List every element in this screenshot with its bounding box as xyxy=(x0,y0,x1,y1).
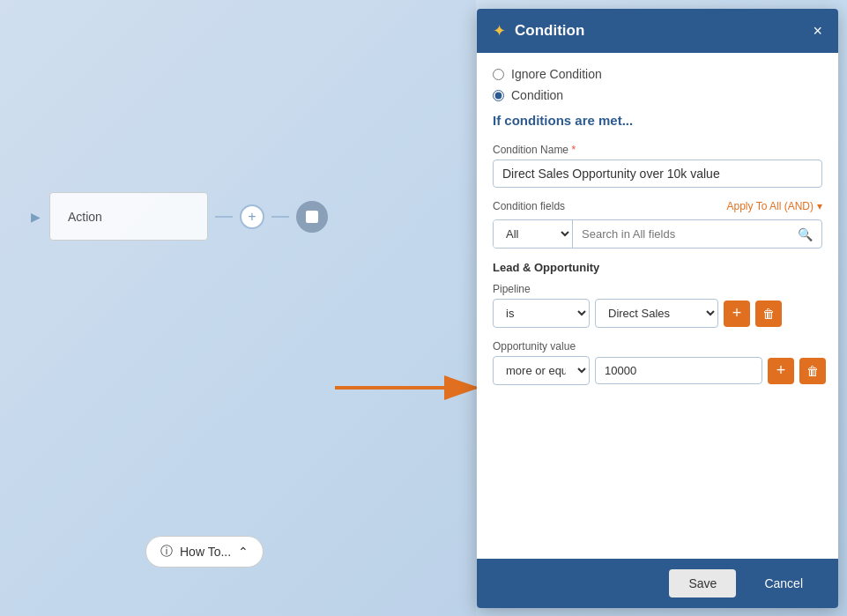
pipeline-label: Pipeline xyxy=(493,283,822,295)
pipeline-operator-select[interactable]: is is not xyxy=(493,299,590,328)
search-row: All 🔍 xyxy=(493,219,822,249)
condition-label: Condition xyxy=(511,88,563,102)
apply-to-all-button[interactable]: Apply To All (AND) ▾ xyxy=(727,200,822,212)
pointer-arrow xyxy=(326,366,489,410)
pipeline-delete-button[interactable]: 🗑 xyxy=(755,301,782,327)
condition-icon: ✦ xyxy=(493,21,506,41)
condition-fields-label: Condition fields xyxy=(493,200,565,212)
action-label: Action xyxy=(68,210,102,224)
action-box: Action xyxy=(49,192,208,241)
condition-dialog: ✦ Condition × Ignore Condition Condition… xyxy=(477,9,838,608)
opportunity-add-button[interactable]: + xyxy=(768,358,794,384)
pipeline-add-button[interactable]: + xyxy=(724,301,750,327)
canvas-overlay xyxy=(0,0,476,616)
help-icon: ⓘ xyxy=(160,544,173,560)
close-button[interactable]: × xyxy=(813,23,822,39)
opportunity-value-field-row: Opportunity value more or equal t... les… xyxy=(493,340,822,385)
field-filter-select[interactable]: All xyxy=(494,220,573,248)
condition-name-label: Condition Name * xyxy=(493,144,822,156)
stop-icon xyxy=(306,211,318,223)
opportunity-value-label: Opportunity value xyxy=(493,340,822,353)
connector-line xyxy=(215,216,233,218)
action-arrow-icon: ▶ xyxy=(31,210,41,224)
pipeline-value-select[interactable]: Direct Sales xyxy=(595,299,718,328)
search-input[interactable] xyxy=(573,220,789,248)
search-button[interactable]: 🔍 xyxy=(789,220,821,248)
radio-group: Ignore Condition Condition xyxy=(493,67,822,102)
pipeline-controls: is is not Direct Sales + 🗑 xyxy=(493,299,822,328)
dialog-title: Condition xyxy=(515,22,584,40)
subsection-title: Lead & Opportunity xyxy=(493,261,822,274)
opportunity-value-controls: more or equal t... less than equal to + … xyxy=(493,356,822,385)
ignore-condition-label: Ignore Condition xyxy=(511,67,602,81)
section-header: If conditions are met... xyxy=(493,113,822,133)
condition-name-input[interactable] xyxy=(493,160,822,188)
dialog-header: ✦ Condition × xyxy=(477,9,838,53)
ignore-condition-option[interactable]: Ignore Condition xyxy=(493,67,822,81)
save-button[interactable]: Save xyxy=(669,569,736,597)
condition-fields-row: Condition fields Apply To All (AND) ▾ xyxy=(493,200,822,212)
how-to-label: How To... xyxy=(180,545,231,559)
dialog-footer: Save Cancel xyxy=(477,559,838,608)
chevron-up-icon: ⌃ xyxy=(238,545,249,559)
pipeline-field-row: Pipeline is is not Direct Sales + 🗑 xyxy=(493,283,822,328)
cancel-button[interactable]: Cancel xyxy=(745,569,822,597)
opportunity-operator-select[interactable]: more or equal t... less than equal to xyxy=(493,356,590,385)
condition-option[interactable]: Condition xyxy=(493,88,822,102)
connector-line-2 xyxy=(271,216,289,218)
stop-button[interactable] xyxy=(296,201,328,233)
chevron-down-icon: ▾ xyxy=(817,200,822,212)
add-node-button[interactable]: + xyxy=(240,204,264,229)
opportunity-delete-button[interactable]: 🗑 xyxy=(799,358,826,384)
ignore-condition-radio[interactable] xyxy=(493,69,504,80)
opportunity-value-input[interactable] xyxy=(595,357,762,384)
dialog-body: Ignore Condition Condition If conditions… xyxy=(477,53,838,559)
how-to-button[interactable]: ⓘ How To... ⌃ xyxy=(145,536,264,568)
condition-radio[interactable] xyxy=(493,90,504,101)
dialog-header-left: ✦ Condition xyxy=(493,21,584,41)
action-node: ▶ Action + xyxy=(31,192,328,241)
